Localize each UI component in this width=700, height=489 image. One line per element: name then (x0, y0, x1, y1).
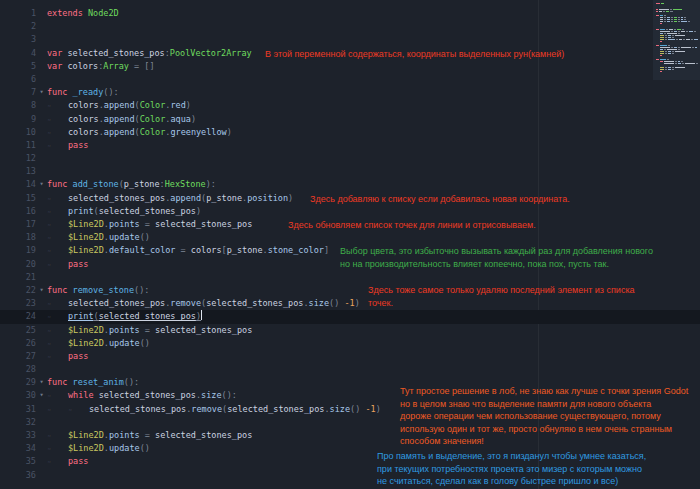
code-token: size (330, 404, 350, 414)
code-line[interactable]: 8»colors.append(Color.red) (0, 99, 700, 112)
line-number[interactable]: 10 (0, 126, 36, 139)
minimap[interactable] (653, 0, 700, 80)
line-number[interactable]: 36 (0, 469, 36, 482)
line-number[interactable]: 21 (0, 271, 36, 284)
line-number[interactable]: 11 (0, 139, 36, 152)
line-number[interactable]: 19 (0, 244, 36, 257)
fold-arrow-icon[interactable]: ▾ (36, 86, 47, 99)
code-token: ) (196, 206, 201, 216)
minimap-mark (672, 69, 674, 70)
gutter: 29▾ (0, 376, 47, 389)
line-number[interactable]: 28 (0, 363, 36, 376)
code-line[interactable]: 26»$Line2D.update() (0, 337, 700, 350)
code-token: pass (68, 140, 88, 150)
minimap-mark (660, 41, 662, 42)
fold-spacer (36, 297, 47, 310)
line-number[interactable]: 33 (0, 429, 36, 442)
code-line[interactable]: 21 (0, 271, 700, 284)
line-number[interactable]: 27 (0, 350, 36, 363)
line-number[interactable]: 14 (0, 178, 36, 191)
fold-arrow-icon[interactable]: ▾ (36, 284, 47, 297)
gutter: 26 (0, 337, 47, 350)
code-line[interactable]: 18»$Line2D.update() (0, 231, 700, 244)
fold-arrow-icon[interactable]: ▾ (36, 376, 47, 389)
code-line[interactable]: 16»print(selected_stones_pos) (0, 205, 700, 218)
line-number[interactable]: 16 (0, 205, 36, 218)
line-number[interactable]: 13 (0, 165, 36, 178)
code-token: pass (68, 351, 88, 361)
annotation-note: Здесь обновляем список точек для линии и… (288, 219, 536, 232)
fold-spacer (36, 244, 47, 257)
code-line[interactable]: 10»colors.append(Color.greenyellow) (0, 126, 700, 139)
line-number[interactable]: 8 (0, 99, 36, 112)
line-number[interactable]: 1 (0, 7, 36, 20)
line-number[interactable]: 12 (0, 152, 36, 165)
fold-arrow-icon[interactable]: ▾ (36, 389, 47, 402)
line-number[interactable]: 31 (0, 403, 36, 416)
code-line[interactable]: 11»pass (0, 139, 700, 152)
minimap-mark (694, 31, 696, 32)
fold-spacer (36, 60, 47, 73)
line-number[interactable]: 30 (0, 389, 36, 402)
code-token: func (47, 87, 73, 97)
minimap-mark (668, 35, 671, 36)
line-number[interactable]: 32 (0, 416, 36, 429)
code-token: ] (324, 245, 329, 255)
code-line[interactable]: 12 (0, 152, 700, 165)
line-number[interactable]: 34 (0, 442, 36, 455)
line-number[interactable]: 26 (0, 337, 36, 350)
line-number[interactable]: 20 (0, 258, 36, 271)
fold-arrow-icon[interactable]: ▾ (36, 178, 47, 191)
minimap-mark (684, 19, 686, 20)
code-token: $Line2D (68, 325, 104, 335)
code-line[interactable]: 14▾func add_stone(p_stone:HexStone): (0, 178, 700, 191)
line-number[interactable]: 24 (0, 310, 36, 323)
gutter: 16 (0, 205, 47, 218)
gutter: 34 (0, 442, 47, 455)
code-token: while (68, 390, 99, 400)
minimap-mark (681, 17, 683, 18)
code-line[interactable]: 9»colors.append(Color.aqua) (0, 113, 700, 126)
line-number[interactable]: 3 (0, 33, 36, 46)
code-line[interactable]: 25»$Line2D.points = selected_stones_pos (0, 324, 700, 337)
line-number[interactable]: 4 (0, 47, 36, 60)
code-line[interactable]: 24»print(selected_stones_pos) (0, 310, 700, 323)
script-editor: 1extends Node2D234var selected_stones_po… (0, 0, 700, 489)
code-token: (): (222, 390, 237, 400)
line-number[interactable]: 5 (0, 60, 36, 73)
line-number[interactable]: 17 (0, 218, 36, 231)
line-number[interactable]: 25 (0, 324, 36, 337)
gutter: 9 (0, 113, 47, 126)
code-token: ) (191, 114, 196, 124)
code-line[interactable]: 1extends Node2D (0, 7, 700, 20)
code-line[interactable]: 5var colors:Array = [] (0, 60, 700, 73)
minimap-mark (676, 39, 678, 40)
line-number[interactable]: 15 (0, 192, 36, 205)
line-number[interactable]: 6 (0, 73, 36, 86)
fold-spacer (36, 258, 47, 271)
line-number[interactable]: 23 (0, 297, 36, 310)
code-line[interactable]: 13 (0, 165, 700, 178)
minimap-mark (677, 29, 681, 30)
line-number[interactable]: 2 (0, 20, 36, 33)
gutter: 19 (0, 244, 47, 257)
line-number[interactable]: 35 (0, 455, 36, 468)
line-number[interactable]: 9 (0, 113, 36, 126)
code-token: $Line2D (68, 219, 104, 229)
minimap-mark (683, 39, 685, 40)
code-line[interactable]: 2 (0, 20, 700, 33)
code-line[interactable]: 3 (0, 33, 700, 46)
code-text (47, 271, 700, 284)
line-number[interactable]: 18 (0, 231, 36, 244)
code-token: remove (191, 404, 222, 414)
line-number[interactable]: 7 (0, 86, 36, 99)
line-number[interactable]: 29 (0, 376, 36, 389)
line-number[interactable]: 22 (0, 284, 36, 297)
code-token: = (140, 219, 155, 229)
annotation-note: Выбор цвета, это избыточно вызывать кажд… (340, 245, 653, 270)
code-line[interactable]: 27»pass (0, 350, 700, 363)
code-line[interactable]: 6 (0, 73, 700, 86)
code-line[interactable]: 28 (0, 363, 700, 376)
code-token: selected_stones_pos (206, 298, 303, 308)
code-line[interactable]: 7▾func _ready(): (0, 86, 700, 99)
